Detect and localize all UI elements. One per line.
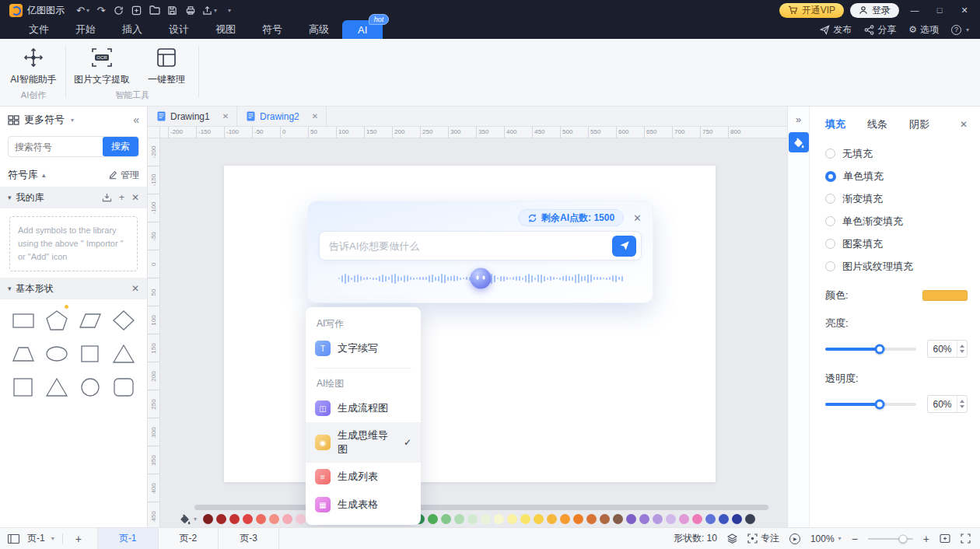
panel-tab-填充[interactable]: 填充: [825, 117, 845, 131]
fill-option-渐变填充[interactable]: 渐变填充: [825, 187, 968, 210]
page-tab-页-1[interactable]: 页-1: [98, 528, 159, 549]
shape-pentagon[interactable]: [40, 304, 73, 336]
brightness-spinner[interactable]: 60%: [927, 340, 968, 358]
layers-button[interactable]: [727, 533, 737, 544]
step-up-icon[interactable]: [960, 344, 964, 348]
document-tab-Drawing1[interactable]: Drawing1✕: [148, 107, 237, 126]
symbol-search-input[interactable]: [9, 137, 103, 156]
share-button[interactable]: 分享: [864, 23, 896, 37]
chevron-up-icon[interactable]: ▴: [42, 171, 46, 179]
palette-color[interactable]: [653, 514, 663, 524]
fullscreen-button[interactable]: [961, 533, 971, 544]
ai-menu-item-生成列表[interactable]: ≡生成列表: [306, 463, 421, 491]
palette-color[interactable]: [243, 514, 253, 524]
focus-mode-button[interactable]: 专注: [747, 532, 779, 545]
slider-knob[interactable]: [875, 399, 885, 409]
palette-color[interactable]: [296, 514, 306, 524]
menu-item-开始[interactable]: 开始: [62, 20, 109, 39]
fill-option-无填充[interactable]: 无填充: [825, 142, 968, 165]
ai-points-badge[interactable]: 剩余AI点数: 1500: [518, 209, 624, 226]
open-folder-button[interactable]: [146, 2, 163, 18]
palette-color[interactable]: [719, 514, 729, 524]
palette-color[interactable]: [626, 514, 636, 524]
page-tab-页-2[interactable]: 页-2: [159, 528, 219, 549]
close-tab-icon[interactable]: ✕: [222, 112, 229, 121]
expand-panel-button[interactable]: »: [796, 114, 801, 125]
panel-tab-线条[interactable]: 线条: [867, 117, 887, 131]
ai-menu-item-生成思维导图[interactable]: ◉生成思维导图✓: [306, 422, 421, 463]
print-button[interactable]: [182, 2, 199, 18]
menu-item-高级[interactable]: 高级: [296, 20, 342, 39]
fit-window-button[interactable]: [940, 533, 950, 544]
shape-diamond[interactable]: [107, 304, 141, 336]
maximize-button[interactable]: □: [930, 5, 949, 15]
fill-option-单色填充[interactable]: 单色填充: [825, 165, 968, 187]
palette-color[interactable]: [666, 514, 676, 524]
refresh-button[interactable]: [110, 2, 128, 18]
ai-assistant-button[interactable]: AI智能助手: [3, 39, 64, 87]
canvas-viewport[interactable]: -200-150-100-500501001502002503003504004…: [148, 127, 787, 527]
shape-rect-tall[interactable]: [74, 337, 107, 369]
panel-close-icon[interactable]: ✕: [960, 119, 968, 130]
add-page-button[interactable]: +: [71, 533, 86, 545]
menu-item-符号[interactable]: 符号: [249, 20, 296, 39]
shape-ellipse[interactable]: [40, 337, 73, 369]
step-down-icon[interactable]: [960, 405, 964, 408]
import-icon[interactable]: [102, 193, 112, 202]
palette-color[interactable]: [732, 514, 742, 524]
palette-color[interactable]: [203, 514, 213, 524]
palette-color[interactable]: [269, 514, 279, 524]
page-layout-icon[interactable]: [8, 534, 19, 544]
shape-parallelogram[interactable]: [74, 304, 107, 336]
fill-color-tool[interactable]: ▾: [179, 513, 197, 525]
more-actions-button[interactable]: ▾: [220, 2, 237, 18]
fill-panel-button[interactable]: [789, 132, 809, 152]
fill-option-图片或纹理填充[interactable]: 图片或纹理填充: [825, 255, 968, 278]
close-window-button[interactable]: ✕: [955, 5, 974, 16]
opacity-spinner[interactable]: 60%: [927, 395, 968, 413]
menu-item-文件[interactable]: 文件: [16, 20, 62, 39]
shape-circle[interactable]: [74, 371, 107, 403]
stepper-arrows[interactable]: [957, 341, 967, 357]
presentation-play-button[interactable]: ▶: [789, 533, 800, 544]
ai-menu-item-生成表格[interactable]: ▦生成表格: [306, 491, 421, 519]
fill-color-swatch[interactable]: [922, 290, 968, 301]
palette-color[interactable]: [534, 514, 544, 524]
close-library-icon[interactable]: ✕: [131, 283, 139, 294]
zoom-out-button[interactable]: −: [852, 533, 858, 545]
zoom-knob[interactable]: [899, 534, 908, 543]
palette-color[interactable]: [613, 514, 623, 524]
page-selector[interactable]: 页-1 ▾: [27, 532, 54, 545]
stepper-arrows[interactable]: [957, 396, 967, 412]
redo-button[interactable]: ↷: [93, 2, 110, 18]
undo-button[interactable]: ↶▾: [74, 2, 92, 18]
close-tab-icon[interactable]: ✕: [312, 112, 318, 121]
manage-library-button[interactable]: 管理: [108, 169, 139, 182]
palette-color[interactable]: [586, 514, 597, 524]
step-up-icon[interactable]: [960, 400, 964, 403]
shape-square[interactable]: [6, 371, 40, 403]
help-button[interactable]: ? ▾: [951, 25, 969, 35]
zoom-slider[interactable]: [868, 538, 913, 540]
palette-color[interactable]: [494, 514, 504, 524]
minimize-button[interactable]: —: [905, 5, 924, 15]
collapse-sidebar-button[interactable]: «: [133, 114, 139, 126]
vip-button[interactable]: 开通VIP: [779, 3, 844, 18]
shape-triangle[interactable]: [107, 337, 141, 369]
zoom-level-dropdown[interactable]: 100% ▾: [810, 533, 842, 544]
palette-color[interactable]: [216, 514, 226, 524]
page-tab-页-3[interactable]: 页-3: [219, 528, 279, 549]
palette-color[interactable]: [481, 514, 491, 524]
opacity-slider[interactable]: [825, 403, 916, 406]
menu-item-视图[interactable]: 视图: [202, 20, 249, 39]
publish-button[interactable]: 发布: [820, 23, 852, 37]
palette-color[interactable]: [692, 514, 702, 524]
menu-item-设计[interactable]: 设计: [156, 20, 202, 39]
document-tab-Drawing2[interactable]: Drawing2✕: [237, 107, 327, 126]
fill-option-单色渐变填充[interactable]: 单色渐变填充: [825, 210, 968, 233]
ocr-button[interactable]: OCR 图片文字提取: [68, 39, 136, 87]
palette-color[interactable]: [467, 514, 478, 524]
palette-color[interactable]: [600, 514, 610, 524]
palette-color[interactable]: [454, 514, 464, 524]
fill-option-图案填充[interactable]: 图案填充: [825, 233, 968, 255]
